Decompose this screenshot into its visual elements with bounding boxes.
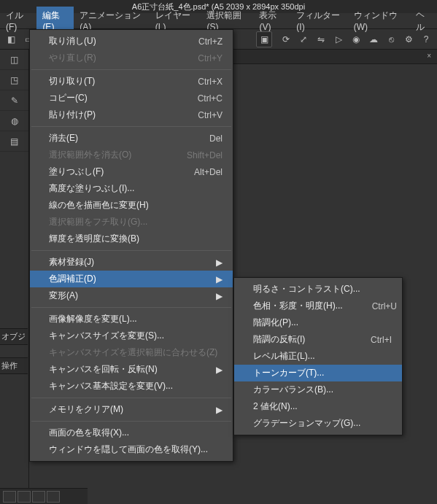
menu-item-label: 貼り付け(P)	[49, 109, 96, 121]
menu-item[interactable]: キャンバスを回転・反転(N)▶	[30, 361, 233, 378]
cube-tool-icon[interactable]: ◫	[6, 51, 23, 69]
menu-item[interactable]: 2 値化(N)...	[234, 398, 402, 415]
nav-button[interactable]	[3, 491, 16, 503]
menu-item-label: コピー(C)	[49, 92, 88, 104]
arrows-icon[interactable]: ⤢	[295, 31, 312, 47]
menu-item[interactable]: 階調化(P)...	[234, 314, 402, 331]
submenu-arrow-icon: ▶	[216, 257, 223, 268]
menu-item-label: 色調補正(D)	[49, 273, 96, 285]
menu-item[interactable]: コピー(C)Ctrl+C	[30, 90, 233, 106]
menu-item-label: 2 値化(N)...	[253, 400, 298, 413]
submenu-arrow-icon: ▶	[216, 365, 223, 375]
menu-item: 選択範囲外を消去(O)Shift+Del	[30, 147, 233, 163]
settings-icon[interactable]: ⚙	[401, 31, 417, 47]
menu-item[interactable]: キャンバス基本設定を変更(V)...	[30, 378, 233, 395]
eye-icon[interactable]: ◉	[348, 31, 364, 47]
menu-item[interactable]: 画像解像度を変更(L)...	[30, 311, 233, 327]
menu-item[interactable]: 画面の色を取得(X)...	[30, 424, 233, 441]
menu-item-label: 高度な塗りつぶし(I)...	[49, 182, 134, 195]
menu-item: 選択範囲をフチ取り(G)...	[30, 214, 233, 230]
nav-button[interactable]	[47, 491, 60, 503]
menu-shortcut: Shift+Del	[187, 150, 223, 160]
menu-item-label: グラデーションマップ(G)...	[253, 417, 360, 430]
menu-item[interactable]: 貼り付け(P)Ctrl+V	[30, 106, 233, 123]
menu-shortcut: Ctrl+U	[372, 301, 397, 311]
nav-button[interactable]	[32, 491, 45, 503]
menu-item[interactable]: 色調補正(D)▶	[30, 271, 233, 287]
menu-item-label: レベル補正(L)...	[253, 350, 315, 363]
menu-item-label: キャンバス基本設定を変更(V)...	[49, 380, 173, 392]
menu-separator	[31, 421, 231, 422]
edit-menu-dropdown: 取り消し(U)Ctrl+Zやり直し(R)Ctrl+Y切り取り(T)Ctrl+Xコ…	[29, 29, 233, 462]
menu-item[interactable]: カラーバランス(B)...	[234, 381, 402, 398]
menu-item-label: キャンバスサイズを選択範囲に合わせる(Z)	[49, 346, 217, 359]
menu-shortcut: Ctrl+C	[198, 93, 223, 104]
menu-separator	[31, 126, 231, 127]
menu-separator	[31, 307, 231, 308]
menu-item[interactable]: グラデーションマップ(G)...	[234, 415, 402, 432]
close-icon[interactable]: ×	[427, 52, 431, 60]
menu-shortcut: Alt+Del	[194, 167, 223, 177]
menu-item-label: キャンバスサイズを変更(S)...	[49, 330, 164, 342]
menu-shortcut: Ctrl+Z	[198, 36, 223, 47]
menu-separator	[31, 69, 231, 70]
menu-item[interactable]: メモリをクリア(M)▶	[30, 401, 233, 418]
menu-item-label: やり直し(R)	[49, 52, 96, 64]
menu-item-label: 階調化(P)...	[253, 317, 298, 329]
ruler-tool-icon[interactable]: ▤	[6, 133, 23, 150]
dock-object-label[interactable]: オブジ	[0, 328, 28, 345]
menu-item[interactable]: 素材登録(J)▶	[30, 254, 233, 271]
menu-item-label: ウィンドウを隠して画面の色を取得(Y)...	[49, 443, 208, 456]
menu-item-label: 消去(E)	[49, 132, 78, 144]
cube-move-icon[interactable]: ◳	[6, 71, 23, 89]
lasso-tool-icon[interactable]: ✎	[6, 92, 23, 109]
menu-item[interactable]: 取り消し(U)Ctrl+Z	[30, 33, 233, 50]
menu-item-label: 明るさ・コントラスト(C)...	[253, 283, 360, 295]
menu-item-label: 選択範囲外を消去(O)	[49, 149, 131, 161]
menu-item-label: 切り取り(T)	[49, 75, 95, 88]
menubar: イル(F)編集(E)アニメーション(A)レイヤー(L)選択範囲(S)表示(V)フ…	[0, 13, 437, 29]
menu-item[interactable]: 明るさ・コントラスト(C)...	[234, 281, 402, 298]
menu-item-label: 画面の色を取得(X)...	[49, 427, 129, 439]
menu-item[interactable]: トーンカーブ(T)...	[234, 365, 402, 381]
menu-item[interactable]: 色相・彩度・明度(H)...Ctrl+U	[234, 298, 402, 314]
menu-item-label: 取り消し(U)	[49, 35, 96, 47]
play-icon[interactable]: ▷	[330, 31, 347, 47]
menu-shortcut: Ctrl+V	[198, 110, 223, 120]
menu-item-label: 階調の反転(I)	[253, 333, 305, 346]
flip-icon[interactable]: ⇋	[313, 31, 329, 47]
menu-item[interactable]: 変形(A)▶	[30, 287, 233, 304]
menu-item[interactable]: キャンバスサイズを変更(S)...	[30, 327, 233, 344]
menu-item-label: 変形(A)	[49, 290, 78, 302]
menu-item-label: トーンカーブ(T)...	[253, 367, 324, 379]
menu-item-label: 色相・彩度・明度(H)...	[253, 300, 343, 312]
dock-operate-label[interactable]: 操作	[0, 357, 28, 374]
menu-item[interactable]: 塗りつぶし(F)Alt+Del	[30, 163, 233, 180]
menu-item-label: カラーバランス(B)...	[253, 384, 333, 396]
nav-button[interactable]	[18, 491, 31, 503]
menu-separator	[31, 250, 231, 251]
share-icon[interactable]: ⎋	[383, 31, 399, 47]
menu-shortcut: Ctrl+I	[371, 335, 392, 345]
help-icon[interactable]: ?	[418, 31, 434, 47]
menu-item[interactable]: 消去(E)Del	[30, 130, 233, 147]
tool-icon[interactable]: ◧	[3, 31, 19, 47]
menu-item[interactable]: 高度な塗りつぶし(I)...	[30, 180, 233, 197]
menu-item-label: メモリをクリア(M)	[49, 403, 123, 416]
menu-item-label: 塗りつぶし(F)	[49, 166, 104, 178]
menu-item[interactable]: レベル補正(L)...	[234, 348, 402, 365]
menu-item[interactable]: 輝度を透明度に変換(B)	[30, 230, 233, 247]
menu-shortcut: Ctrl+X	[198, 77, 223, 87]
screen-mode-icon[interactable]: ▣	[256, 31, 272, 47]
bottom-strip	[0, 488, 88, 504]
menu-item[interactable]: ウィンドウを隠して画面の色を取得(Y)...	[30, 441, 233, 458]
light-tool-icon[interactable]: ◍	[6, 112, 23, 130]
cloud-icon[interactable]: ☁	[366, 31, 382, 47]
menu-item[interactable]: 切り取り(T)Ctrl+X	[30, 73, 233, 90]
menu-item-label: キャンバスを回転・反転(N)	[49, 363, 158, 376]
rotate-icon[interactable]: ⟳	[278, 31, 294, 47]
submenu-arrow-icon: ▶	[216, 291, 223, 301]
menu-item[interactable]: 線の色を描画色に変更(H)	[30, 197, 233, 214]
menu-item[interactable]: 階調の反転(I)Ctrl+I	[234, 331, 402, 348]
submenu-arrow-icon: ▶	[216, 405, 223, 415]
